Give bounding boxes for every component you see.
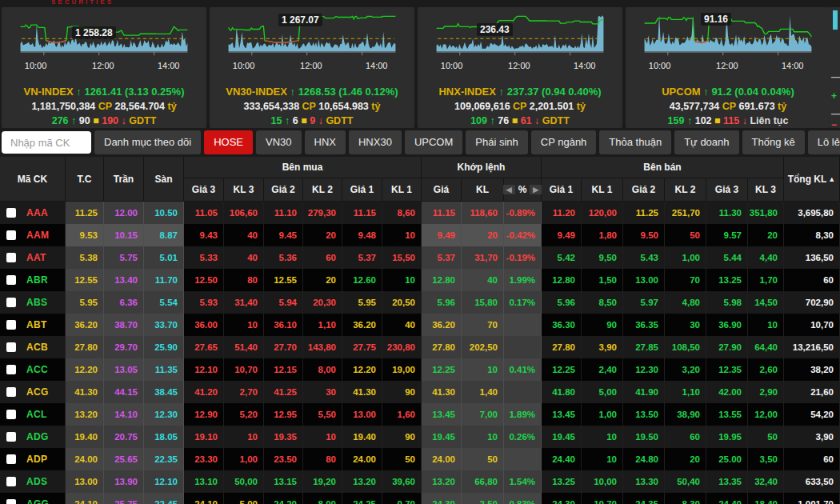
- stock-symbol[interactable]: ACG: [26, 381, 49, 403]
- sell-cell[interactable]: 60: [665, 426, 706, 448]
- col-header-sell-1[interactable]: Giá 1: [542, 178, 582, 202]
- tab-thỏa-thuận[interactable]: Thỏa thuận: [599, 130, 671, 154]
- percent-next-arrow-icon[interactable]: ▶: [530, 185, 542, 194]
- buy-cell[interactable]: 40: [224, 224, 264, 246]
- stock-symbol[interactable]: ABT: [26, 314, 47, 336]
- sell-cell[interactable]: 4,40: [748, 246, 784, 269]
- sell-cell[interactable]: 24.30: [542, 493, 582, 504]
- row-checkbox[interactable]: [6, 387, 16, 397]
- sell-cell[interactable]: 19.95: [706, 426, 748, 448]
- total-volume-cell[interactable]: 1,001,70: [784, 493, 840, 504]
- sell-cell[interactable]: 11.25: [623, 202, 665, 224]
- ref-price-cell[interactable]: 13.20: [66, 403, 104, 426]
- ceiling-price-cell[interactable]: 38.70: [104, 314, 144, 336]
- sell-cell[interactable]: 3,50: [748, 448, 784, 470]
- buy-cell[interactable]: 40: [224, 246, 264, 269]
- tab-vn30[interactable]: VN30: [256, 130, 302, 154]
- match-cell[interactable]: 1.54%: [504, 470, 542, 493]
- sell-cell[interactable]: 5.43: [623, 246, 665, 269]
- match-cell[interactable]: 13.45: [422, 403, 462, 426]
- match-cell[interactable]: [504, 448, 542, 470]
- col-header-percent[interactable]: ◀%▶: [504, 178, 542, 202]
- buy-cell[interactable]: 90: [382, 426, 422, 448]
- sell-cell[interactable]: 11.20: [542, 202, 582, 224]
- buy-cell[interactable]: 10: [224, 314, 264, 336]
- match-cell[interactable]: 15,80: [462, 291, 504, 314]
- total-volume-cell[interactable]: 60: [784, 269, 840, 291]
- sell-cell[interactable]: 8,50: [582, 291, 623, 314]
- buy-cell[interactable]: 23.50: [264, 448, 303, 470]
- ceiling-price-cell[interactable]: 12.00: [104, 202, 144, 224]
- buy-cell[interactable]: 50: [382, 448, 422, 470]
- buy-cell[interactable]: 11.05: [184, 202, 224, 224]
- sell-cell[interactable]: 13.35: [706, 470, 748, 493]
- match-cell[interactable]: [504, 314, 542, 336]
- buy-cell[interactable]: 12.20: [342, 358, 382, 381]
- buy-cell[interactable]: 143,80: [303, 336, 342, 358]
- buy-cell[interactable]: 51,40: [224, 336, 264, 358]
- col-header-sell-2[interactable]: KL 1: [582, 178, 623, 202]
- index-panel-vn30-index[interactable]: 1 267.0710:0012:0014:00VN30-INDEX ↑ 1268…: [210, 7, 414, 128]
- tab-lô-lẻ[interactable]: Lô lẻ: [808, 130, 840, 154]
- ceiling-price-cell[interactable]: 44.15: [104, 381, 144, 403]
- sell-cell[interactable]: 9.50: [623, 224, 665, 246]
- total-volume-cell[interactable]: 38,20: [784, 358, 840, 381]
- total-volume-cell[interactable]: 8,30: [784, 224, 840, 246]
- stock-symbol[interactable]: ADG: [26, 426, 49, 448]
- sell-cell[interactable]: 3,90: [582, 336, 623, 358]
- total-volume-cell[interactable]: 702,90: [784, 291, 840, 314]
- buy-cell[interactable]: 5,00: [224, 493, 264, 504]
- total-volume-cell[interactable]: 3,695,80: [784, 202, 840, 224]
- sell-cell[interactable]: 18,40: [748, 493, 784, 504]
- partial-index-panel[interactable]: — + — −: [830, 7, 840, 128]
- ref-price-cell[interactable]: 5.38: [66, 246, 104, 269]
- buy-cell[interactable]: 39,60: [382, 470, 422, 493]
- sell-cell[interactable]: 1,10: [665, 381, 706, 403]
- stock-symbol[interactable]: ADS: [26, 470, 47, 493]
- col-header-san[interactable]: Sàn: [144, 157, 184, 202]
- buy-cell[interactable]: 90: [382, 381, 422, 403]
- symbol-cell[interactable]: AGG: [0, 493, 66, 504]
- floor-price-cell[interactable]: 25.90: [144, 336, 184, 358]
- symbol-cell[interactable]: ADP: [0, 448, 66, 470]
- match-cell[interactable]: 1,40: [462, 381, 504, 403]
- tab-phái-sinh[interactable]: Phái sinh: [466, 130, 527, 154]
- sell-cell[interactable]: 251,70: [665, 202, 706, 224]
- sell-cell[interactable]: 12.35: [706, 358, 748, 381]
- sell-cell[interactable]: 13.25: [706, 269, 748, 291]
- tab-danh-mục-theo-dõi[interactable]: Danh mục theo dõi: [94, 130, 201, 154]
- stock-symbol[interactable]: ACC: [26, 358, 48, 381]
- buy-cell[interactable]: 41.20: [184, 381, 224, 403]
- sell-cell[interactable]: 20: [665, 448, 706, 470]
- ref-price-cell[interactable]: 9.53: [66, 224, 104, 246]
- match-cell[interactable]: 13.20: [422, 470, 462, 493]
- ref-price-cell[interactable]: 24.10: [66, 493, 104, 504]
- buy-cell[interactable]: 5,20: [224, 403, 264, 426]
- stock-symbol[interactable]: ABS: [26, 291, 47, 314]
- ceiling-price-cell[interactable]: 10.15: [104, 224, 144, 246]
- floor-price-cell[interactable]: 5.01: [144, 246, 184, 269]
- sell-cell[interactable]: 9,50: [582, 246, 623, 269]
- symbol-cell[interactable]: ADS: [0, 470, 66, 493]
- ref-price-cell[interactable]: 19.40: [66, 426, 104, 448]
- total-volume-cell[interactable]: 10,70: [784, 314, 840, 336]
- symbol-cell[interactable]: AAA: [0, 202, 66, 224]
- match-cell[interactable]: 24.30: [422, 493, 462, 504]
- sell-cell[interactable]: 41.80: [542, 381, 582, 403]
- sell-cell[interactable]: 13.55: [706, 403, 748, 426]
- symbol-cell[interactable]: AAT: [0, 246, 66, 269]
- sell-cell[interactable]: 2,60: [748, 358, 784, 381]
- match-cell[interactable]: -0.19%: [504, 246, 542, 269]
- sell-cell[interactable]: 5.44: [706, 246, 748, 269]
- sell-cell[interactable]: 1,70: [748, 269, 784, 291]
- row-checkbox[interactable]: [6, 477, 16, 486]
- buy-cell[interactable]: 13.15: [264, 470, 303, 493]
- buy-cell[interactable]: 27.75: [342, 336, 382, 358]
- match-cell[interactable]: 118,60: [462, 202, 504, 224]
- symbol-cell[interactable]: ACB: [0, 336, 66, 358]
- sell-cell[interactable]: 27.85: [623, 336, 665, 358]
- sell-cell[interactable]: 5.97: [623, 291, 665, 314]
- col-header-buy-1[interactable]: Giá 3: [184, 178, 224, 202]
- buy-cell[interactable]: 12.60: [342, 269, 382, 291]
- buy-cell[interactable]: 13.20: [342, 470, 382, 493]
